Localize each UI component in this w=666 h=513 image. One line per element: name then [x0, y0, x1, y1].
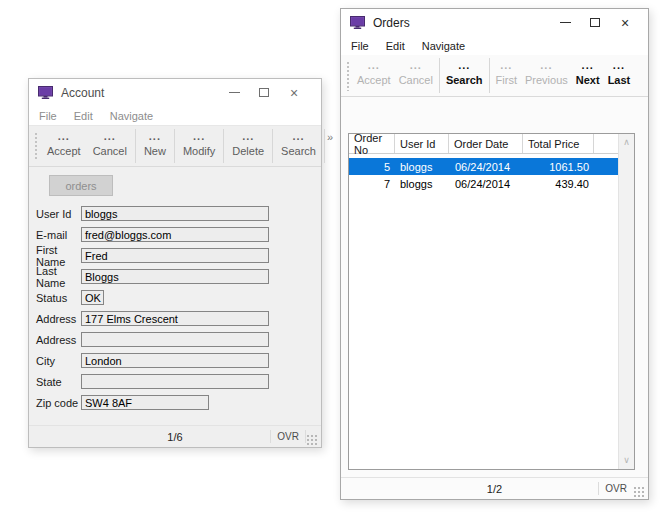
ellipsis-icon: ... — [58, 134, 70, 140]
ellipsis-icon: ... — [149, 134, 161, 140]
email-field[interactable]: fred@bloggs.com — [81, 227, 269, 242]
status-separator — [305, 430, 306, 443]
toolbar: ... Accept ... Cancel ... Search ... Fir… — [341, 55, 648, 97]
accept-button[interactable]: ... Accept — [353, 55, 395, 96]
account-titlebar[interactable]: Account × — [29, 79, 321, 106]
toolbar-grip-handle[interactable] — [33, 131, 38, 161]
search-button[interactable]: ... Search — [442, 55, 487, 96]
state-label: State — [36, 376, 81, 388]
maximize-button[interactable] — [580, 9, 610, 36]
maximize-icon — [590, 18, 600, 27]
last-button[interactable]: ... Last — [604, 55, 635, 96]
toolbar-overflow-chevron-icon[interactable]: » — [327, 126, 341, 143]
form-row: Address — [36, 332, 269, 347]
column-header-order-date[interactable]: Order Date — [449, 134, 523, 153]
monitor-icon — [350, 16, 365, 29]
new-button[interactable]: ... New — [138, 126, 172, 166]
resize-grip[interactable] — [634, 487, 645, 498]
ellipsis-icon: ... — [540, 63, 552, 69]
city-field[interactable]: London — [81, 353, 269, 368]
ellipsis-icon: ... — [292, 134, 304, 140]
first-button[interactable]: ... First — [492, 55, 521, 96]
close-button[interactable]: × — [279, 79, 309, 106]
address1-field[interactable]: 177 Elms Crescent — [81, 311, 269, 326]
next-button[interactable]: ... Next — [572, 55, 604, 96]
accept-button[interactable]: ... Accept — [41, 126, 87, 166]
resize-grip[interactable] — [307, 435, 318, 446]
menu-file[interactable]: File — [39, 110, 57, 122]
column-header-empty[interactable] — [594, 134, 618, 153]
form-row: Address 177 Elms Crescent — [36, 311, 269, 326]
table-header-row: Order No User Id Order Date Total Price — [349, 134, 618, 154]
close-icon: × — [621, 16, 629, 30]
minimize-button[interactable] — [550, 9, 580, 36]
minimize-icon — [560, 22, 571, 23]
ellipsis-icon: ... — [458, 63, 470, 69]
maximize-icon — [259, 88, 269, 97]
cancel-button[interactable]: ... Cancel — [395, 55, 437, 96]
maximize-button[interactable] — [249, 79, 279, 106]
ellipsis-icon: ... — [104, 134, 116, 140]
toolbar-separator — [174, 129, 175, 163]
modify-button[interactable]: ... Modify — [177, 126, 221, 166]
toolbar-separator — [223, 129, 224, 163]
ellipsis-icon: ... — [500, 63, 512, 69]
address1-label: Address — [36, 313, 81, 325]
address2-field[interactable] — [81, 332, 269, 347]
user-id-field[interactable]: bloggs — [81, 206, 269, 221]
status-label: Status — [36, 292, 81, 304]
window-title: Orders — [373, 16, 410, 30]
state-field[interactable] — [81, 374, 269, 389]
minimize-button[interactable] — [219, 79, 249, 106]
search-button[interactable]: ... Search — [275, 126, 322, 166]
cancel-button[interactable]: ... Cancel — [87, 126, 133, 166]
orders-table: Order No User Id Order Date Total Price … — [348, 133, 635, 470]
menu-edit[interactable]: Edit — [386, 40, 405, 52]
table-row[interactable]: 7 bloggs 06/24/2014 439.40 — [349, 175, 618, 192]
menu-edit[interactable]: Edit — [74, 110, 93, 122]
column-header-order-no[interactable]: Order No — [349, 134, 395, 153]
overwrite-mode-indicator: OVR — [599, 483, 633, 494]
delete-button[interactable]: ... Delete — [226, 126, 270, 166]
toolbar-separator — [489, 58, 490, 93]
minimize-icon — [229, 92, 240, 93]
column-header-total-price[interactable]: Total Price — [523, 134, 594, 153]
toolbar-grip-handle[interactable] — [345, 60, 350, 91]
form-row: Zip code SW4 8AF — [36, 395, 269, 410]
toolbar-separator — [135, 129, 136, 163]
ellipsis-icon: ... — [193, 134, 205, 140]
toolbar-separator — [272, 129, 273, 163]
vertical-scrollbar[interactable]: ∧ ∨ — [618, 134, 634, 469]
ellipsis-icon: ... — [582, 63, 594, 69]
previous-button[interactable]: ... Previous — [521, 55, 572, 96]
window-title: Account — [61, 86, 104, 100]
form-row: User Id bloggs — [36, 206, 269, 221]
menu-navigate[interactable]: Navigate — [422, 40, 465, 52]
form-row: Last Name Bloggs — [36, 269, 269, 284]
scroll-up-icon[interactable]: ∧ — [623, 134, 630, 151]
table-row-selected[interactable]: 5 bloggs 06/24/2014 1061.50 — [349, 158, 618, 175]
status-field[interactable]: OK — [81, 290, 104, 305]
orders-window: Orders × File Edit Navigate ... Accept .… — [340, 8, 649, 500]
ellipsis-icon: ... — [410, 63, 422, 69]
orders-titlebar[interactable]: Orders × — [341, 9, 648, 36]
form-row: City London — [36, 353, 269, 368]
zip-code-field[interactable]: SW4 8AF — [81, 395, 209, 410]
column-header-user-id[interactable]: User Id — [395, 134, 449, 153]
last-name-field[interactable]: Bloggs — [81, 269, 269, 284]
form-row: Status OK — [36, 290, 269, 305]
statusbar: 1/6 OVR — [29, 425, 321, 447]
zip-code-label: Zip code — [36, 397, 81, 409]
toolbar: ... Accept ... Cancel ... New ... Modify… — [29, 125, 321, 167]
close-button[interactable]: × — [610, 9, 640, 36]
orders-navigation-button[interactable]: orders — [49, 175, 113, 196]
menu-file[interactable]: File — [351, 40, 369, 52]
scroll-down-icon[interactable]: ∨ — [623, 452, 630, 469]
ellipsis-icon: ... — [368, 63, 380, 69]
statusbar: 1/2 OVR — [341, 477, 648, 499]
menubar: File Edit Navigate — [29, 106, 321, 125]
first-name-field[interactable]: Fred — [81, 248, 269, 263]
user-id-label: User Id — [36, 208, 81, 220]
menu-navigate[interactable]: Navigate — [110, 110, 153, 122]
account-form-area: orders User Id bloggs E-mail fred@bloggs… — [29, 167, 321, 425]
